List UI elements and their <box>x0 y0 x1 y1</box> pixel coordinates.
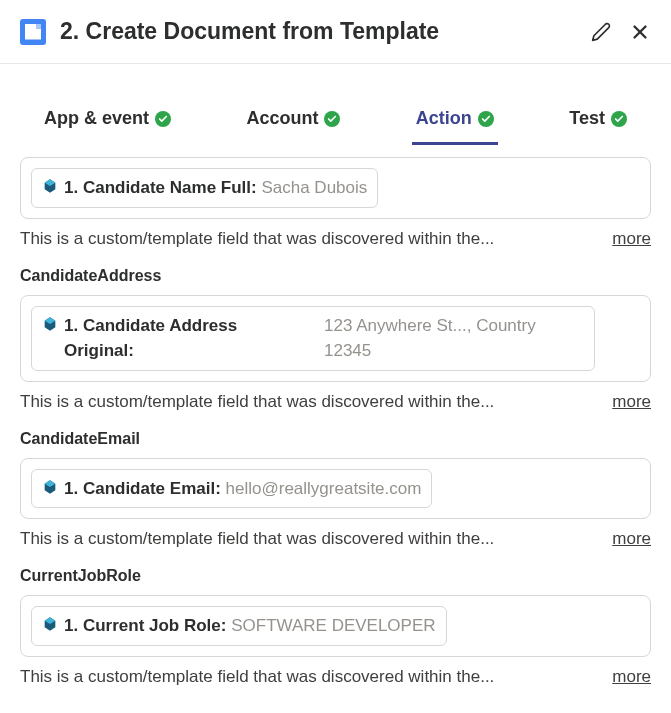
help-row: This is a custom/template field that was… <box>20 667 651 687</box>
pill-text: 1. Candidate Name Full: Sacha Dubois <box>64 175 367 201</box>
help-text: This is a custom/template field that was… <box>20 392 494 412</box>
source-app-icon <box>42 616 58 632</box>
form-content: 1. Candidate Name Full: Sacha Dubois Thi… <box>0 145 671 687</box>
panel-header: 2. Create Document from Template <box>0 0 671 64</box>
pill-value-line1: 123 Anywhere St..., Country <box>324 313 584 339</box>
tab-label: App & event <box>44 108 149 129</box>
close-icon[interactable] <box>629 21 651 43</box>
more-link[interactable]: more <box>612 667 651 687</box>
check-circle-icon <box>155 111 171 127</box>
field-label: CurrentJobRole <box>20 567 651 585</box>
source-app-icon <box>42 479 58 495</box>
pill-value: Sacha Dubois <box>261 178 367 197</box>
help-text: This is a custom/template field that was… <box>20 229 494 249</box>
help-row: This is a custom/template field that was… <box>20 529 651 549</box>
field-candidate-address: CandidateAddress 1. Candidate Address 12… <box>20 267 651 412</box>
source-app-icon <box>42 316 58 332</box>
pill-value: SOFTWARE DEVELOPER <box>231 616 435 635</box>
check-circle-icon <box>478 111 494 127</box>
edit-icon[interactable] <box>591 22 611 42</box>
pill-text: 1. Candidate Address 123 Anywhere St...,… <box>64 313 584 364</box>
mapped-value-pill[interactable]: 1. Candidate Name Full: Sacha Dubois <box>31 168 378 208</box>
field-input[interactable]: 1. Current Job Role: SOFTWARE DEVELOPER <box>20 595 651 657</box>
field-label: CandidateEmail <box>20 430 651 448</box>
tab-app-event[interactable]: App & event <box>40 92 175 145</box>
pill-label-line1: 1. Candidate Address <box>64 313 237 339</box>
field-input[interactable]: 1. Candidate Email: hello@reallygreatsit… <box>20 458 651 520</box>
tab-bar: App & event Account Action Test <box>0 92 671 145</box>
more-link[interactable]: more <box>612 529 651 549</box>
more-link[interactable]: more <box>612 229 651 249</box>
help-text: This is a custom/template field that was… <box>20 529 494 549</box>
field-input[interactable]: 1. Candidate Name Full: Sacha Dubois <box>20 157 651 219</box>
help-row: This is a custom/template field that was… <box>20 229 651 249</box>
tab-account[interactable]: Account <box>242 92 344 145</box>
mapped-value-pill[interactable]: 1. Candidate Address 123 Anywhere St...,… <box>31 306 595 371</box>
field-input[interactable]: 1. Candidate Address 123 Anywhere St...,… <box>20 295 651 382</box>
help-row: This is a custom/template field that was… <box>20 392 651 412</box>
pill-label: 1. Current Job Role: <box>64 616 226 635</box>
pill-label: 1. Candidate Name Full: <box>64 178 257 197</box>
field-candidate-email: CandidateEmail 1. Candidate Email: hello… <box>20 430 651 550</box>
check-circle-icon <box>324 111 340 127</box>
google-docs-icon <box>20 19 46 45</box>
field-label: CandidateAddress <box>20 267 651 285</box>
tab-action[interactable]: Action <box>412 92 498 145</box>
pill-label-line2: Original: <box>64 338 134 364</box>
tab-label: Action <box>416 108 472 129</box>
help-text: This is a custom/template field that was… <box>20 667 494 687</box>
source-app-icon <box>42 178 58 194</box>
mapped-value-pill[interactable]: 1. Current Job Role: SOFTWARE DEVELOPER <box>31 606 447 646</box>
header-actions <box>591 21 651 43</box>
pill-value-line2: 12345 <box>324 338 584 364</box>
pill-label: 1. Candidate Email: <box>64 479 221 498</box>
tab-label: Account <box>246 108 318 129</box>
tab-label: Test <box>569 108 605 129</box>
pill-text: 1. Current Job Role: SOFTWARE DEVELOPER <box>64 613 436 639</box>
pill-value: hello@reallygreatsite.com <box>226 479 422 498</box>
field-candidate-name: 1. Candidate Name Full: Sacha Dubois Thi… <box>20 157 651 249</box>
pill-text: 1. Candidate Email: hello@reallygreatsit… <box>64 476 421 502</box>
mapped-value-pill[interactable]: 1. Candidate Email: hello@reallygreatsit… <box>31 469 432 509</box>
step-title: 2. Create Document from Template <box>60 18 577 45</box>
field-current-job-role: CurrentJobRole 1. Current Job Role: SOFT… <box>20 567 651 687</box>
tab-test[interactable]: Test <box>565 92 631 145</box>
more-link[interactable]: more <box>612 392 651 412</box>
check-circle-icon <box>611 111 627 127</box>
